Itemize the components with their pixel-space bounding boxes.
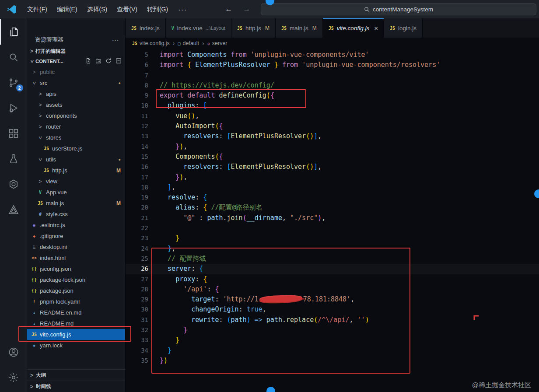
code-text: // 配置跨域 (148, 254, 206, 264)
code-line-33[interactable]: 33 } (126, 335, 539, 345)
tree-item-pnpm-lock.yaml[interactable]: !pnpm-lock.yaml (27, 296, 125, 307)
settings-icon[interactable] (0, 365, 27, 390)
breadcrumb-server[interactable]: ◇server (207, 40, 228, 46)
refresh-icon[interactable] (105, 58, 112, 65)
code-line-27[interactable]: 27 proxy: { (126, 274, 539, 284)
search-icon[interactable] (0, 45, 27, 70)
menu-item-5[interactable]: 转到(G) (142, 0, 173, 18)
extension-hex-icon[interactable] (0, 172, 27, 197)
open-editors-section[interactable]: > 打开的编辑器 (27, 46, 125, 56)
code-line-15[interactable]: 15 Components({ (126, 152, 539, 162)
new-file-icon[interactable] (85, 58, 91, 65)
tree-item-index.html[interactable]: <>index.html (27, 252, 125, 263)
code-line-19[interactable]: 19 resolve: { (126, 192, 539, 203)
code-line-30[interactable]: 30 changeOrigin: true, (126, 304, 539, 315)
code-line-25[interactable]: 25 // 配置跨域 (126, 254, 539, 264)
code-line-10[interactable]: 10 plugins: [ (126, 101, 539, 111)
tree-item-README.en.md[interactable]: ↓README.en.md (27, 307, 125, 318)
code-line-17[interactable]: 17 }), (126, 172, 539, 182)
tab-label: http.js (245, 25, 261, 32)
breadcrumb-default[interactable]: □default (178, 40, 200, 46)
code-line-31[interactable]: 31 rewrite: (path) => path.replace(/^\/a… (126, 315, 539, 325)
tab-login.js[interactable]: JSlogin.js (384, 18, 423, 38)
tree-item-components[interactable]: >components (27, 110, 125, 121)
more-menu-button[interactable]: ··· (173, 6, 192, 13)
code-line-34[interactable]: 34 } (126, 346, 539, 356)
code-line-32[interactable]: 32 } (126, 325, 539, 335)
back-button[interactable]: ← (220, 5, 238, 14)
code-line-24[interactable]: 24 }, (126, 244, 539, 254)
tab-http.js[interactable]: JShttp.jsM (231, 18, 276, 38)
tree-item-apis[interactable]: >apis (27, 88, 125, 99)
tree-item-router[interactable]: >router (27, 121, 125, 132)
new-folder-icon[interactable] (95, 58, 102, 65)
tab-main.js[interactable]: JSmain.jsM (276, 18, 323, 38)
code-line-29[interactable]: 29 target: 'http://178.181:8848', (126, 294, 539, 304)
code-line-23[interactable]: 23 } (126, 233, 539, 243)
tree-item-.gitignore[interactable]: ◆.gitignore (27, 231, 125, 242)
tree-item-utils[interactable]: >utils● (27, 154, 125, 165)
code-line-5[interactable]: 5import Components from 'unplugin-vue-co… (126, 50, 539, 60)
source-control-icon[interactable]: 2 (0, 70, 27, 95)
tree-item-label: desktop.ini (40, 244, 67, 250)
code-line-7[interactable]: 7 (126, 70, 539, 80)
account-icon[interactable] (0, 340, 27, 365)
tree-item-App.vue[interactable]: VApp.vue (27, 187, 125, 198)
tree-item-desktop.ini[interactable]: ≡desktop.ini (27, 242, 125, 252)
command-search-box[interactable]: contentManageSystem (261, 4, 536, 15)
tree-item-vite.config.js[interactable]: JSvite.config.js (27, 329, 125, 340)
code-line-22[interactable]: 22 (126, 223, 539, 233)
code-editor[interactable]: 5import Components from 'unplugin-vue-co… (126, 49, 539, 392)
code-line-9[interactable]: 9export default defineConfig({ (126, 91, 539, 101)
code-line-12[interactable]: 12 AutoImport({ (126, 121, 539, 131)
timeline-section[interactable]: > 时间线 (27, 381, 125, 392)
extension-triangle-icon[interactable] (0, 197, 27, 222)
tab-index.js[interactable]: JSindex.js (126, 18, 166, 38)
code-line-8[interactable]: 8// https://vitejs.dev/config/ (126, 80, 539, 91)
forward-button[interactable]: → (238, 5, 256, 14)
code-line-35[interactable]: 35}) (126, 356, 539, 366)
project-section-header[interactable]: > CONTENT... (27, 56, 125, 66)
tree-item-.eslintrc.js[interactable]: ◉.eslintrc.js (27, 220, 125, 231)
tree-item-jsconfig.json[interactable]: {}jsconfig.json (27, 263, 125, 274)
line-number: 5 (126, 50, 148, 60)
menu-item-4[interactable]: 查看(V) (112, 0, 142, 18)
menu-item-1[interactable]: 文件(F) (22, 0, 52, 18)
tree-item-yarn.lock[interactable]: ◈yarn.lock (27, 340, 125, 351)
tree-item-main.js[interactable]: JSmain.jsM (27, 198, 125, 209)
tab-vite.config.js[interactable]: JSvite.config.js× (323, 18, 384, 38)
outline-section[interactable]: > 大纲 (27, 369, 125, 381)
code-line-21[interactable]: 21 "@" : path.join(__dirname, "./src"), (126, 213, 539, 223)
code-line-14[interactable]: 14 }), (126, 142, 539, 152)
close-icon[interactable]: × (374, 24, 378, 32)
code-line-16[interactable]: 16 resolvers: [ElementPlusResolver()], (126, 162, 539, 172)
explorer-icon[interactable] (0, 19, 27, 45)
tree-item-view[interactable]: >view (27, 176, 125, 187)
tree-item-assets[interactable]: >assets (27, 99, 125, 110)
tree-item-userStore.js[interactable]: JSuserStore.js (27, 143, 125, 154)
code-line-18[interactable]: 18 ], (126, 182, 539, 192)
code-line-28[interactable]: 28 '/api': { (126, 284, 539, 294)
collapse-all-icon[interactable] (116, 58, 122, 65)
breadcrumb-vite.config.js[interactable]: JSvite.config.js (132, 40, 170, 46)
tree-item-public[interactable]: >public (27, 66, 125, 77)
code-line-13[interactable]: 13 resolvers: [ElementPlusResolver()], (126, 131, 539, 141)
code-line-20[interactable]: 20 alias: { //配置@路径别名 (126, 203, 539, 213)
testing-icon[interactable] (0, 146, 27, 172)
code-line-11[interactable]: 11 vue(), (126, 111, 539, 121)
tab-index.vue[interactable]: Vindex.vue...\Layout (166, 18, 231, 38)
code-line-6[interactable]: 6import { ElementPlusResolver } from 'un… (126, 60, 539, 70)
tree-item-package-lock.json[interactable]: {}package-lock.json (27, 274, 125, 285)
menu-item-2[interactable]: 编辑(E) (52, 0, 82, 18)
menu-item-3[interactable]: 选择(S) (82, 0, 112, 18)
code-line-26[interactable]: 26 server: { (126, 264, 539, 274)
run-debug-icon[interactable] (0, 95, 27, 121)
tree-item-stores[interactable]: >stores (27, 132, 125, 143)
tree-item-src[interactable]: >src● (27, 77, 125, 88)
extensions-icon[interactable] (0, 121, 27, 146)
tree-item-package.json[interactable]: {}package.json (27, 285, 125, 296)
tree-item-README.md[interactable]: ↓README.md (27, 318, 125, 329)
tree-item-style.css[interactable]: #style.css (27, 209, 125, 220)
sidebar-more-button[interactable]: ··· (112, 37, 119, 43)
tree-item-http.js[interactable]: JShttp.jsM (27, 165, 125, 176)
